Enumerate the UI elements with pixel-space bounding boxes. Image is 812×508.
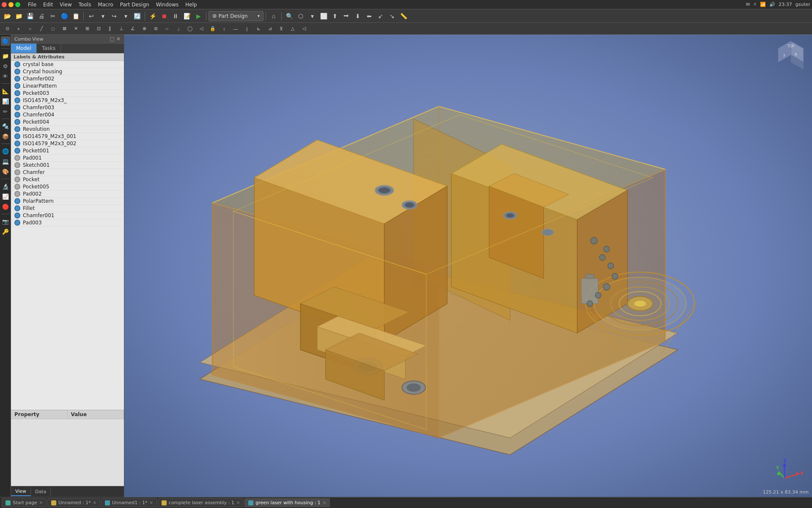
sidebar-view[interactable]: 👁 <box>1 72 10 81</box>
snap-line[interactable]: ╱ <box>36 23 47 34</box>
tree-item-chamfer003[interactable]: Chamfer003 <box>11 104 124 111</box>
snap-parallel[interactable]: ∥ <box>104 23 115 34</box>
tab-close-green-laser[interactable]: ✕ <box>323 500 326 505</box>
tree-item-chamfer002[interactable]: Chamfer002 <box>11 75 124 83</box>
tree-item-iso3[interactable]: ISO14579_M2x3_002 <box>11 140 124 147</box>
undo-list[interactable]: ✂ <box>47 11 58 22</box>
open-button[interactable]: 📂 <box>2 11 13 22</box>
sidebar-mesh[interactable]: 🌐 <box>1 146 10 156</box>
tab-unnamed2[interactable]: Unnamed1 : 1* ✕ <box>101 498 157 507</box>
view-top[interactable]: ⬆ <box>329 11 340 22</box>
snap-trim[interactable]: △ <box>287 23 298 34</box>
viewport-3d[interactable]: R TOP F X Y Z 125.21 <box>124 35 812 497</box>
tree-item-chamfer004[interactable]: Chamfer004 <box>11 111 124 119</box>
tree-item-pocket004[interactable]: Pocket004 <box>11 119 124 126</box>
snap-ext[interactable]: ⊠ <box>59 23 70 34</box>
tree-item-pad002[interactable]: Pad002 <box>11 190 124 198</box>
recent-button[interactable]: 📁 <box>13 11 24 22</box>
snap-off[interactable]: ◯ <box>184 23 195 34</box>
tree-item-iso1[interactable]: ISO14579_M2x3_ <box>11 97 124 104</box>
tree-item-pocket005[interactable]: Pocket005 <box>11 183 124 190</box>
workbench-selector[interactable]: ⚙ Part Design ▾ <box>208 11 263 21</box>
record-start[interactable]: ⏸ <box>170 11 181 22</box>
tree-item-chamfer[interactable]: Chamfer <box>11 169 124 176</box>
redo-button[interactable]: ↪ <box>109 11 120 22</box>
tree-item-crystal-base[interactable]: crystal base <box>11 61 124 68</box>
maximize-button[interactable] <box>15 2 20 7</box>
tab-tasks[interactable]: Tasks <box>37 44 61 53</box>
view-right[interactable]: ⮕ <box>341 11 352 22</box>
draw-dropdown[interactable]: ▾ <box>307 11 318 22</box>
sidebar-render[interactable]: 🎨 <box>1 167 10 176</box>
snap-grid[interactable]: + <box>13 23 24 34</box>
print-button[interactable]: 🖨 <box>36 11 47 22</box>
refresh-button[interactable]: 🔄 <box>132 11 143 22</box>
measure-button[interactable]: 📏 <box>398 11 409 22</box>
tree-item-fillet[interactable]: Fillet <box>11 205 124 212</box>
save-button[interactable]: 💾 <box>25 11 36 22</box>
sidebar-spreadsheet[interactable]: 📊 <box>1 97 10 106</box>
tree-item-revolution[interactable]: Revolution <box>11 126 124 133</box>
tree-item-chamfer001[interactable]: Chamfer001 <box>11 212 124 219</box>
menu-edit[interactable]: Edit <box>40 1 56 8</box>
snap-sym[interactable]: ↔ <box>162 23 173 34</box>
menu-macro[interactable]: Macro <box>94 1 116 8</box>
tree-item-pad001[interactable]: Pad001 <box>11 155 124 162</box>
menu-tools[interactable]: Tools <box>75 1 95 8</box>
tree-item-pad003[interactable]: Pad003 <box>11 219 124 226</box>
view-bottom[interactable]: ↘ <box>387 11 398 22</box>
snap-near[interactable]: ✕ <box>70 23 81 34</box>
snap-ortho[interactable]: ⊞ <box>82 23 93 34</box>
freecad-icon[interactable]: 🔵 <box>59 11 70 22</box>
undo-dropdown[interactable]: ▾ <box>97 11 108 22</box>
sidebar-draft[interactable]: ✏ <box>1 107 10 116</box>
menu-file[interactable]: File <box>25 1 40 8</box>
panel-close-icon[interactable]: ✕ <box>116 36 121 42</box>
tab-close-unnamed1[interactable]: ✕ <box>93 500 96 505</box>
undo-button[interactable]: ↩ <box>86 11 97 22</box>
snap-dim[interactable]: ◁ <box>196 23 207 34</box>
tree-item-sketch001[interactable]: Sketch001 <box>11 162 124 169</box>
sidebar-assembly[interactable]: 📦 <box>1 132 10 141</box>
view-home[interactable]: ⬜ <box>318 11 329 22</box>
snap-angle[interactable]: ∠ <box>127 23 138 34</box>
snap-perpend[interactable]: ⊥ <box>116 23 127 34</box>
tab-close-start[interactable]: ✕ <box>39 500 43 505</box>
tree-item-polarpattern[interactable]: PolarPattern <box>11 198 124 205</box>
snap-center[interactable]: ⊗ <box>139 23 150 34</box>
tab-unnamed1[interactable]: Unnamed : 1* ✕ <box>47 498 100 507</box>
draw-style[interactable]: ⬡ <box>295 11 306 22</box>
snap-h[interactable]: — <box>230 23 241 34</box>
snap-sym2[interactable]: ⊿ <box>264 23 275 34</box>
snap-bl[interactable]: ⊻ <box>276 23 287 34</box>
sidebar-key[interactable]: 🔑 <box>1 227 10 236</box>
sidebar-openscad[interactable]: 💻 <box>1 157 10 166</box>
tab-laser-assembly[interactable]: complete laser assembly : 1 ✕ <box>158 498 244 507</box>
sidebar-sketch[interactable]: 📐 <box>1 86 10 96</box>
menu-windows[interactable]: Windows <box>153 1 182 8</box>
snap-v[interactable]: | <box>241 23 252 34</box>
close-button[interactable] <box>2 2 7 7</box>
tree-item-pocket[interactable]: Pocket <box>11 176 124 183</box>
snap-fix[interactable]: ⊾ <box>253 23 264 34</box>
tree-item-iso2[interactable]: ISO14579_M2x3_001 <box>11 133 124 140</box>
redo-dropdown[interactable]: ▾ <box>120 11 131 22</box>
sidebar-freecad[interactable]: 🔵 <box>1 36 10 46</box>
macro-icon[interactable]: ⚡ <box>147 11 158 22</box>
tab-green-laser[interactable]: green laser with housing : 1 ✕ <box>244 498 330 507</box>
navigation-cube[interactable]: R TOP F <box>774 39 808 73</box>
tree-item-pocket003[interactable]: Pocket003 <box>11 90 124 97</box>
tab-start-page[interactable]: Start page ✕ <box>2 498 47 507</box>
menu-view[interactable]: View <box>56 1 75 8</box>
view-tab-data[interactable]: Data <box>31 488 51 496</box>
snap-circle[interactable]: ○ <box>25 23 36 34</box>
sidebar-plot[interactable]: 📈 <box>1 192 10 201</box>
view-rear[interactable]: ⬅ <box>364 11 375 22</box>
zoom-fit[interactable]: 🔍 <box>284 11 295 22</box>
view-left[interactable]: ↙ <box>375 11 386 22</box>
record-script[interactable]: 📝 <box>181 11 192 22</box>
view-tab-view[interactable]: View <box>11 487 31 496</box>
tab-model[interactable]: Model <box>11 44 37 53</box>
snap-tangent[interactable]: ⊘ <box>150 23 161 34</box>
snap-unlk[interactable]: ↕ <box>219 23 230 34</box>
